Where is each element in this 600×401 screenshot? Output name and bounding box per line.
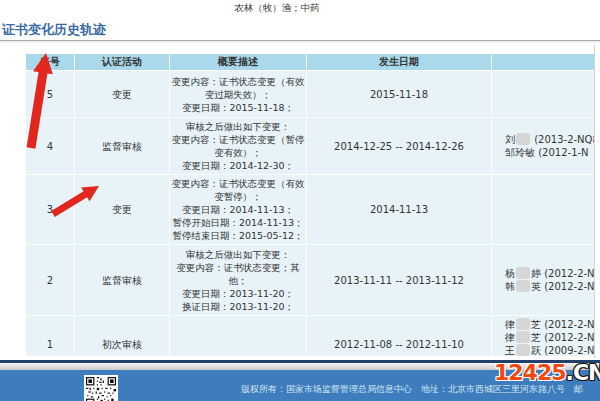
summary-line: 变更内容：证书状态变更（暂停	[170, 133, 306, 146]
date-cell: 2012-11-08 -- 2012-11-10	[307, 316, 492, 357]
divider	[0, 40, 600, 43]
site-logo-number: 12425	[494, 360, 566, 385]
auditor-cert-number: (2013-2-NQ8	[531, 134, 595, 145]
activity-cell: 初次审核	[75, 316, 170, 357]
redaction-box	[516, 280, 530, 292]
redaction-box	[516, 133, 530, 145]
auditor-name-prefix: 律	[505, 332, 515, 343]
seq-cell: 3	[26, 175, 75, 245]
summary-line: 变更内容：证书状态变更（有效	[170, 75, 306, 88]
site-logo[interactable]: 12425.CN	[494, 361, 600, 385]
summary-cell: 变更内容：证书状态变更（有效变过期失效）；变更日期：2015-11-18；	[170, 71, 307, 118]
auditor-cert-number: 跃 (2009-2-NQ8	[531, 345, 595, 356]
summary-line: 变更日期：2014-11-13；	[170, 203, 306, 216]
activity-cell: 变更	[75, 71, 170, 118]
summary-line: 变更日期：2015-11-18；	[170, 101, 306, 114]
redaction-box	[516, 331, 530, 343]
column-header: 序号	[26, 54, 75, 71]
auditor-line: 杨婷 (2012-2-NQ	[505, 267, 595, 280]
table-row: 1初次审核2012-11-08 -- 2012-11-10律芝 (2012-2-…	[26, 316, 596, 357]
auditor-line: 韩英 (2012-2-NQ	[505, 280, 595, 293]
seq-cell: 4	[26, 118, 75, 175]
auditor-line: 律芝 (2012-2-NQ8	[505, 331, 595, 344]
summary-cell: 审核之后做出如下变更：变更内容：证书状态变更；其他；变更日期：2013-11-2…	[170, 245, 307, 316]
redaction-box	[516, 344, 530, 356]
seq-cell: 1	[26, 316, 75, 357]
summary-line: 他；	[170, 274, 306, 287]
date-cell: 2014-12-25 -- 2014-12-26	[307, 118, 492, 175]
table-body: 5变更变更内容：证书状态变更（有效变过期失效）；变更日期：2015-11-18；…	[26, 71, 596, 357]
auditor-line: 邹玲敏 (2012-1-N	[505, 146, 595, 159]
summary-line: 变暂停）；	[170, 190, 306, 203]
auditors-cell: 律芝 (2012-2-NQ8律芝 (2012-2-NQ8王跃 (2009-2-N…	[492, 316, 596, 357]
summary-line: 变更日期：2014-12-30；	[170, 159, 306, 172]
footer: 版权所有：国家市场监督管理总局信息中心 地址：北京市西城区三里河东路八号 邮 1…	[0, 360, 600, 401]
auditor-name-prefix: 王	[505, 345, 515, 356]
page-title: 证书变化历史轨迹	[2, 21, 106, 39]
auditor-line: 律芝 (2012-2-NQ8	[505, 318, 595, 331]
auditor-name-prefix: 韩	[505, 281, 515, 292]
auditor-name-prefix: 杨	[505, 268, 515, 279]
redaction-box	[516, 267, 530, 279]
category-text: 农林（牧）渔；中药	[0, 2, 554, 15]
summary-line: 变过期失效）；	[170, 88, 306, 101]
summary-line: 暂停结束日期：2015-05-12；	[170, 229, 306, 242]
summary-line: 变更内容：证书状态变更（有效	[170, 177, 306, 190]
table-row: 2监督审核审核之后做出如下变更：变更内容：证书状态变更；其他；变更日期：2013…	[26, 245, 596, 316]
qr-code	[84, 375, 118, 401]
auditor-line: 刘 (2013-2-NQ8	[505, 133, 595, 146]
redaction-box	[516, 318, 530, 330]
date-cell: 2014-11-13	[307, 175, 492, 245]
page-edge-line	[594, 45, 595, 358]
column-header: 发生日期	[307, 54, 492, 71]
history-table-container: 序号认证活动概要描述发生日期 5变更变更内容：证书状态变更（有效变过期失效）；变…	[25, 53, 595, 356]
summary-line: 暂停开始日期：2014-11-13；	[170, 216, 306, 229]
header-row: 序号认证活动概要描述发生日期	[26, 54, 596, 71]
site-logo-suffix: .CN	[566, 360, 600, 385]
summary-cell: 变更内容：证书状态变更（有效变暂停）；变更日期：2014-11-13；暂停开始日…	[170, 175, 307, 245]
auditor-name-prefix: 刘	[505, 134, 515, 145]
summary-line: 变更日期：2013-11-20；	[170, 287, 306, 300]
auditor-name-prefix: 邹玲敏	[505, 147, 535, 158]
summary-line: 变有效）；	[170, 146, 306, 159]
activity-cell: 监督审核	[75, 118, 170, 175]
table-row: 3变更变更内容：证书状态变更（有效变暂停）；变更日期：2014-11-13；暂停…	[26, 175, 596, 245]
auditors-cell	[492, 71, 596, 118]
summary-line: 审核之后做出如下变更：	[170, 120, 306, 133]
auditors-cell: 刘 (2013-2-NQ8邹玲敏 (2012-1-N	[492, 118, 596, 175]
auditors-cell: 杨婷 (2012-2-NQ韩英 (2012-2-NQ	[492, 245, 596, 316]
auditor-cert-number: 芝 (2012-2-NQ8	[531, 332, 595, 343]
seq-cell: 2	[26, 245, 75, 316]
history-table: 序号认证活动概要描述发生日期 5变更变更内容：证书状态变更（有效变过期失效）；变…	[25, 53, 595, 356]
column-header: 概要描述	[170, 54, 307, 71]
seq-cell: 5	[26, 71, 75, 118]
auditor-line: 王跃 (2009-2-NQ8	[505, 344, 595, 356]
summary-line: 变更内容：证书状态变更；其	[170, 261, 306, 274]
auditor-cert-number: (2012-1-N	[535, 147, 589, 158]
date-cell: 2013-11-11 -- 2013-11-12	[307, 245, 492, 316]
activity-cell: 变更	[75, 175, 170, 245]
column-header	[492, 54, 596, 71]
date-cell: 2015-11-18	[307, 71, 492, 118]
table-row: 5变更变更内容：证书状态变更（有效变过期失效）；变更日期：2015-11-18；…	[26, 71, 596, 118]
summary-cell: 审核之后做出如下变更：变更内容：证书状态变更（暂停变有效）；变更日期：2014-…	[170, 118, 307, 175]
summary-cell	[170, 316, 307, 357]
summary-line: 审核之后做出如下变更：	[170, 248, 306, 261]
auditor-cert-number: 婷 (2012-2-NQ	[531, 268, 595, 279]
auditor-name-prefix: 律	[505, 319, 515, 330]
table-row: 4监督审核审核之后做出如下变更：变更内容：证书状态变更（暂停变有效）；变更日期：…	[26, 118, 596, 175]
auditors-cell	[492, 175, 596, 245]
auditor-cert-number: 芝 (2012-2-NQ8	[531, 319, 595, 330]
column-header: 认证活动	[75, 54, 170, 71]
summary-line: 换证日期：2013-11-20；	[170, 300, 306, 313]
auditor-cert-number: 英 (2012-2-NQ	[531, 281, 595, 292]
table-header: 序号认证活动概要描述发生日期	[26, 54, 596, 71]
activity-cell: 监督审核	[75, 245, 170, 316]
